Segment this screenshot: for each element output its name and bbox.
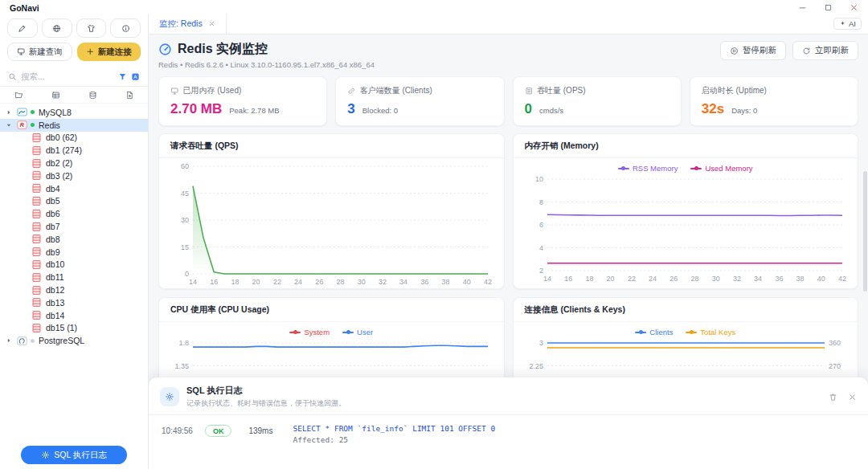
svg-text:6: 6 xyxy=(538,221,542,229)
status-dot xyxy=(31,123,35,127)
window-controls xyxy=(797,3,858,13)
tree-item-db6[interactable]: db6 xyxy=(0,207,148,220)
legend-marker xyxy=(618,168,629,169)
refresh-icon xyxy=(802,47,811,55)
gauge-icon xyxy=(158,43,172,56)
legend-item[interactable]: User xyxy=(342,328,373,336)
db-icon xyxy=(31,158,42,169)
sql-log-header: SQL 执行日志 记录执行状态、耗时与错误信息，便于快速回溯。 xyxy=(149,377,868,414)
svg-text:18: 18 xyxy=(231,278,239,286)
tab-monitor-redis[interactable]: 监控: Redis xyxy=(149,14,227,34)
tree-item-redis[interactable]: RRedis xyxy=(0,119,148,132)
svg-text:4: 4 xyxy=(538,244,542,252)
theme-shirt-icon[interactable] xyxy=(76,18,107,38)
pause-icon xyxy=(730,47,739,55)
svg-text:22: 22 xyxy=(273,278,281,286)
tree-item-db2-2[interactable]: db2 (2) xyxy=(0,157,148,169)
db-icon xyxy=(31,133,42,143)
table-grid-icon[interactable] xyxy=(51,91,60,100)
svg-text:42: 42 xyxy=(837,275,845,283)
svg-text:38: 38 xyxy=(796,275,804,283)
refresh-now-button[interactable]: 立即刷新 xyxy=(792,41,858,60)
monitor-icon xyxy=(170,87,179,96)
stat-value: 0 xyxy=(525,101,532,117)
tab-close-icon[interactable] xyxy=(208,20,215,27)
stat-label: 已用内存 (Used) xyxy=(183,85,242,96)
info-icon[interactable] xyxy=(110,18,141,38)
funnel-icon[interactable] xyxy=(118,72,127,81)
legend-item[interactable]: Used Memory xyxy=(690,164,752,173)
pause-refresh-button[interactable]: 暂停刷新 xyxy=(720,41,786,60)
svg-text:40: 40 xyxy=(817,275,825,283)
tree-item-db13[interactable]: db13 xyxy=(0,296,148,309)
tree-item-db12[interactable]: db12 xyxy=(0,283,148,296)
svg-text:45: 45 xyxy=(181,190,189,198)
legend-label: Clients xyxy=(649,328,673,336)
smart-filter-icon[interactable] xyxy=(131,72,140,81)
folder-open-icon[interactable] xyxy=(14,91,23,100)
pen-icon[interactable] xyxy=(7,18,38,38)
stat-label: 启动时长 (Uptime) xyxy=(702,85,767,96)
sql-log-button[interactable]: SQL 执行日志 xyxy=(21,446,127,464)
tree-item-label: db13 xyxy=(46,298,64,308)
new-query-button[interactable]: 新建查询 xyxy=(7,43,72,61)
memory-chart: RSS MemoryUsed Memory2468101416182022242… xyxy=(514,158,858,283)
scrollbar-thumb[interactable] xyxy=(863,171,867,292)
stat-label: 客户端数量 (Clients) xyxy=(360,85,432,96)
legend-marker xyxy=(686,332,697,333)
tree-item-label: db5 xyxy=(46,196,60,206)
legend-item[interactable]: RSS Memory xyxy=(618,164,678,173)
legend-item[interactable]: Clients xyxy=(635,328,673,336)
tree-item-db0-62[interactable]: db0 (62) xyxy=(0,132,148,145)
svg-text:28: 28 xyxy=(336,278,344,286)
svg-text:2.25: 2.25 xyxy=(529,362,543,370)
monitor-icon xyxy=(17,47,26,56)
ai-button-label: AI xyxy=(849,19,856,28)
tree-item-db5[interactable]: db5 xyxy=(0,195,148,208)
svg-text:R: R xyxy=(20,122,25,129)
tree-item-db11[interactable]: db11 xyxy=(0,271,148,283)
database-icon[interactable] xyxy=(88,91,97,100)
legend-label: RSS Memory xyxy=(633,164,678,173)
ai-button[interactable]: AI xyxy=(833,18,862,30)
new-connection-button[interactable]: 新建连接 xyxy=(77,43,141,61)
caret-right-icon[interactable] xyxy=(6,109,14,116)
search-input[interactable] xyxy=(21,71,114,81)
legend-item[interactable]: Total Keys xyxy=(686,328,735,336)
svg-text:3: 3 xyxy=(538,339,542,347)
tree-item-db4[interactable]: db4 xyxy=(0,182,148,195)
tree-item-db1-274[interactable]: db1 (274) xyxy=(0,144,148,157)
maximize-icon[interactable] xyxy=(823,3,833,13)
close-icon[interactable] xyxy=(849,3,858,13)
svg-text:24: 24 xyxy=(294,278,302,286)
globe-icon[interactable] xyxy=(42,18,72,38)
tree-item-label: db0 (62) xyxy=(46,133,77,142)
new-connection-label: 新建连接 xyxy=(98,47,132,58)
tree-item-db7[interactable]: db7 xyxy=(0,220,148,233)
legend-label: System xyxy=(304,328,330,336)
svg-text:30: 30 xyxy=(711,275,719,283)
svg-text:14: 14 xyxy=(542,275,551,283)
svg-text:30: 30 xyxy=(181,216,189,224)
tree-item-label: db1 (274) xyxy=(46,145,82,155)
tree-item-db15-1[interactable]: db15 (1) xyxy=(0,322,148,335)
caret-down-icon[interactable] xyxy=(6,122,14,128)
log-time: 10:49:56 xyxy=(162,426,193,435)
caret-right-icon[interactable] xyxy=(6,337,14,344)
chart-title-memory: 内存开销 (Memory) xyxy=(514,134,858,158)
minimize-icon[interactable] xyxy=(797,3,807,13)
tree-item-db8[interactable]: db8 xyxy=(0,233,148,246)
db-icon xyxy=(31,247,42,257)
legend-item[interactable]: System xyxy=(289,328,330,336)
tree-item-db14[interactable]: db14 xyxy=(0,309,148,322)
new-query-label: 新建查询 xyxy=(29,47,63,58)
close-icon[interactable] xyxy=(848,393,857,402)
tree-item-db10[interactable]: db10 xyxy=(0,259,148,271)
file-add-icon[interactable] xyxy=(125,91,134,100)
tree-item-db3-2[interactable]: db3 (2) xyxy=(0,169,148,182)
tree-item-db9[interactable]: db9 xyxy=(0,246,148,259)
stat-value: 3 xyxy=(347,101,354,117)
tree-item-mysql8[interactable]: MySQL8 xyxy=(0,106,148,119)
tree-item-postgresql[interactable]: PostgreSQL xyxy=(0,334,148,347)
trash-icon[interactable] xyxy=(829,393,837,402)
